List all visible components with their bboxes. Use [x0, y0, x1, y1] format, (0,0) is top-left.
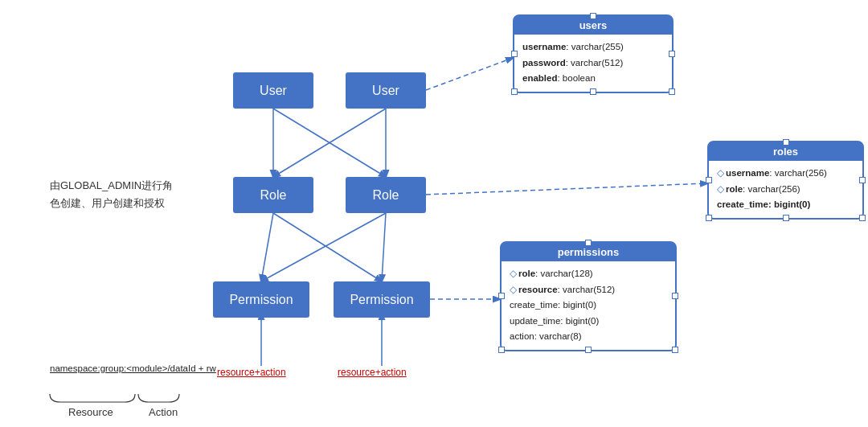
diagram-container: User User Role Role Permission Permissio…: [0, 0, 868, 427]
resource-action-label-1: resource+action: [217, 367, 286, 378]
resource-action-label-2: resource+action: [338, 367, 407, 378]
db-field-perm-create-time: create_time: bigint(0): [510, 298, 667, 314]
db-field-perm-resource: ◇resource: varchar(512): [510, 282, 667, 298]
svg-line-10: [426, 58, 513, 90]
db-field-perm-update-time: update_time: bigint(0): [510, 314, 667, 330]
node-role1: Role: [233, 177, 313, 213]
db-card-users: users username: varchar(255) password: v…: [513, 14, 674, 93]
db-card-users-body: username: varchar(255) password: varchar…: [514, 35, 672, 92]
node-perm2: Permission: [334, 281, 430, 318]
svg-line-6: [261, 213, 386, 281]
svg-line-5: [273, 213, 382, 281]
action-bottom-label: Action: [149, 406, 178, 418]
node-user2: User: [346, 72, 426, 109]
db-field-enabled: enabled: boolean: [522, 71, 664, 87]
db-field-roles-role: ◇role: varchar(256): [717, 182, 854, 198]
db-field-perm-role: ◇role: varchar(128): [510, 266, 667, 282]
db-field-perm-action: action: varchar(8): [510, 329, 667, 345]
node-user1: User: [233, 72, 313, 109]
db-field-password: password: varchar(512): [522, 55, 664, 72]
db-card-permissions-body: ◇role: varchar(128) ◇resource: varchar(5…: [502, 261, 675, 350]
namespace-label: namespace:group:<module>/dataId + rw: [50, 363, 216, 373]
db-card-roles: roles ◇username: varchar(256) ◇role: var…: [707, 141, 864, 220]
node-perm1: Permission: [213, 281, 309, 318]
svg-line-11: [426, 183, 707, 195]
svg-line-2: [273, 109, 386, 177]
svg-line-7: [382, 213, 386, 281]
db-card-roles-body: ◇username: varchar(256) ◇role: varchar(2…: [709, 161, 862, 218]
node-role2: Role: [346, 177, 426, 213]
zh-label: 由GLOBAL_ADMIN进行角色创建、用户创建和授权: [50, 177, 199, 212]
db-field-roles-create-time: create_time: bigint(0): [717, 197, 854, 213]
db-field-roles-username: ◇username: varchar(256): [717, 166, 854, 182]
svg-line-4: [261, 213, 273, 281]
resource-bottom-label: Resource: [68, 406, 113, 418]
db-field-username: username: varchar(255): [522, 39, 664, 55]
svg-line-1: [273, 109, 386, 177]
db-card-permissions: permissions ◇role: varchar(128) ◇resourc…: [500, 241, 677, 351]
